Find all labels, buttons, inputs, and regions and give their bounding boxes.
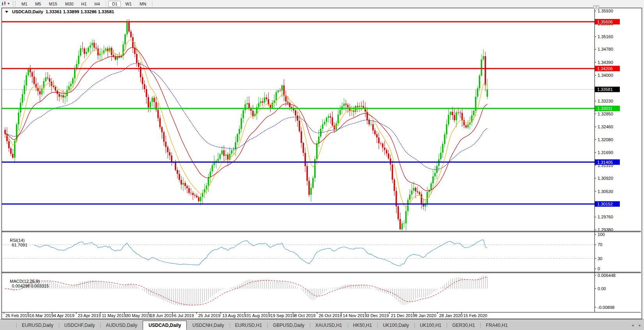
rsi-tick-label: 70 [598,242,602,247]
price-tick-label: 1.29760 [598,215,613,219]
date-label: 3 Dec 2019 [367,313,389,318]
date-label: 6 Jul 2019 [174,313,194,318]
tab-uk100-daily[interactable]: UK100,Daily [377,321,414,329]
dropdown-caret-icon[interactable]: ▼ [7,2,10,5]
tab-uk100-h1[interactable]: UK100,H1 [414,321,447,329]
date-label: 8 Oct 2019 [295,313,316,318]
chart-tab-bar: EURUSD,DailyUSDCHF,DailyAUDUSD,DailyUSDC… [0,319,644,330]
tab-xauusd-h1[interactable]: XAUUSD,H1 [310,321,348,329]
date-label: 14 Nov 2019 [343,313,367,318]
date-label: 15 Feb 2020 [463,313,487,318]
price-tick-label: 1.29380 [598,227,613,232]
date-label: 21 Dec 2019 [391,313,415,318]
chart-window: 1.359301.355501.351601.347801.343901.340… [2,8,642,319]
tab-scroll-right-icon[interactable]: ► [638,323,642,328]
tab-usdchf-daily[interactable]: USDCHF,Daily [59,321,101,329]
date-label: 9 Jan 2020 [415,313,436,318]
price-tick-label: 1.32080 [598,137,613,142]
macd-signal-line [5,277,487,305]
price-tick-label: 1.35930 [598,9,613,13]
date-label: 28 Jan 2020 [439,313,463,318]
tab-usdcnh-daily[interactable]: USDCNH,Daily [187,321,229,329]
timeframe-button-h4[interactable]: H4 [91,1,103,7]
tab-audusd-daily[interactable]: AUDUSD,Daily [100,321,143,329]
price-tick-label: 1.30920 [598,176,613,181]
timeframe-button-mn[interactable]: MN [136,1,150,7]
chart-type-button[interactable]: ▼ [0,1,11,7]
macd-tick-label: 0.00 [598,286,606,291]
rsi-tick-label: 30 [598,256,602,261]
price-tick-label: 1.30530 [598,189,613,194]
timeframe-button-w1[interactable]: W1 [122,1,135,7]
date-label: 30 May 2019 [126,313,151,318]
date-label: 26 Oct 2019 [318,313,342,318]
chart-canvas[interactable]: 1.359301.355501.351601.347801.343901.340… [2,8,641,318]
rsi-line [34,240,488,266]
date-label: 11 May 2019 [102,313,126,318]
tab-usdcad-daily[interactable]: USDCAD,Daily [143,321,187,330]
price-badge-label: 1.33011 [597,106,612,111]
candlestick-chart-icon [1,1,6,6]
toolbar-grip[interactable] [13,1,16,7]
macd-tick-label: 0.006448 [598,273,616,278]
tab-eurusd-daily[interactable]: EURUSD,Daily [16,321,59,329]
price-badge-label: 1.35606 [597,20,613,24]
tab-scroll-left-icon[interactable]: ◄ [631,323,634,328]
price-tick-label: 1.32460 [598,124,613,129]
price-badge-label: 1.34206 [597,66,613,71]
tab-eurusd-h1[interactable]: EURUSD,H1 [230,321,267,329]
date-label: 26 Feb 2019 [5,313,30,318]
timeframe-button-h1[interactable]: H1 [78,1,90,7]
price-tick-label: 1.32850 [598,112,613,116]
rsi-tick-label: 0 [598,266,600,271]
price-tick-label: 1.33230 [598,99,613,103]
chart-scroll-up-button[interactable]: ▲ [593,5,599,9]
timeframe-button-m15[interactable]: M15 [45,1,60,7]
date-label: 13 Aug 2019 [222,313,246,318]
macd-tick-label: -0.00898 [598,305,614,310]
date-label: 16 Mar 2019 [30,313,54,318]
price-tick-label: 1.35160 [598,34,613,39]
price-tick-label: 1.34000 [598,73,613,78]
toolbar-separator [106,1,106,7]
rsi-tick-label: 100 [598,232,605,237]
price-badge-label: 1.31405 [597,160,613,165]
date-label: 25 Jul 2019 [198,313,220,318]
top-toolbar: ▼ M1M5M15M30H1H4D1W1MN [0,0,644,8]
date-label: 18 Jun 2019 [150,313,174,318]
timeframe-button-m5[interactable]: M5 [32,1,44,7]
price-badge-label: 1.33581 [597,87,613,92]
tab-fra40-h1[interactable]: FRA40,H1 [480,321,513,329]
price-badge-label: 1.30152 [597,202,613,206]
date-label: 23 Apr 2019 [78,313,101,318]
macd-histogram [5,275,487,306]
date-label: 4 Apr 2019 [54,313,74,318]
tab-gbpusd-daily[interactable]: GBPUSD,Daily [267,321,310,329]
toolbar-separator [152,1,152,7]
price-tick-label: 1.31690 [598,150,613,155]
candlestick-series [4,19,488,231]
timeframe-button-m1[interactable]: M1 [18,1,31,7]
timeframe-button-d1[interactable]: D1 [108,1,121,7]
date-label: 19 Sep 2019 [271,313,295,318]
date-label: 31 Aug 2019 [246,313,271,318]
price-tick-label: 1.34780 [598,47,613,51]
price-tick-label: 1.34390 [598,60,613,65]
tab-ger30-h1[interactable]: GER30,H1 [447,321,480,329]
tab-hk50-h1[interactable]: HK50,H1 [348,321,378,329]
slow-ma-line [5,64,487,170]
timeframe-button-m30[interactable]: M30 [62,1,77,7]
